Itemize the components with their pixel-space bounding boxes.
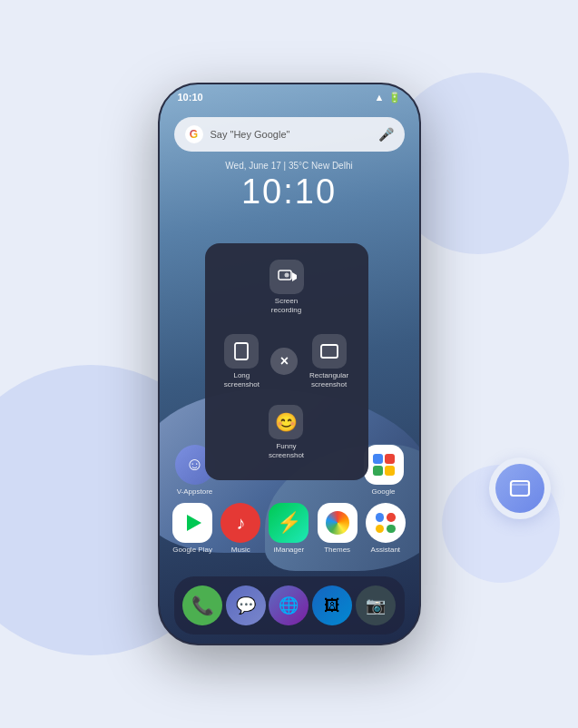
svg-rect-0 xyxy=(511,481,529,496)
music-icon: ♪ xyxy=(220,503,260,543)
phone-icon: 📞 xyxy=(191,595,214,616)
menu-item-screen-recording[interactable]: Screenrecording xyxy=(264,254,309,320)
svg-rect-5 xyxy=(321,345,338,358)
search-placeholder: Say "Hey Google" xyxy=(211,129,371,140)
app-assistant[interactable]: Assistant xyxy=(363,503,408,555)
imanager-label: iManager xyxy=(274,546,304,555)
camera-icon: 📷 xyxy=(366,595,386,615)
assistant-icon xyxy=(366,503,406,543)
menu-item-rectangular-screenshot[interactable]: Rectangularscreenshot xyxy=(304,329,354,394)
dock-bar: 📞 💬 🌐 🖼 📷 xyxy=(174,576,405,635)
close-icon: × xyxy=(280,354,289,369)
app-music[interactable]: ♪ Music xyxy=(218,503,263,555)
datetime-area: Wed, June 17 | 35°C New Delhi 10:10 xyxy=(160,161,419,212)
screen-recording-label: Screenrecording xyxy=(271,297,301,314)
long-screenshot-icon xyxy=(224,334,259,369)
app-themes[interactable]: Themes xyxy=(315,503,360,555)
menu-top: Screenrecording xyxy=(216,254,358,320)
app-row-2: Google Play ♪ Music ⚡ iManager Themes xyxy=(169,503,410,555)
assistant-label: Assistant xyxy=(371,546,400,555)
svg-marker-2 xyxy=(292,272,297,281)
google-play-label: Google Play xyxy=(172,546,212,555)
imanager-icon: ⚡ xyxy=(269,503,309,543)
status-time: 10:10 xyxy=(178,92,203,103)
app-imanager[interactable]: ⚡ iManager xyxy=(266,503,311,555)
signal-icon: ▲ xyxy=(375,92,385,103)
google-label: Google xyxy=(372,487,396,497)
phone-frame: 10:10 ▲ 🔋 G Say "Hey Google" 🎤 Wed, June… xyxy=(158,83,421,645)
gallery-icon: 🖼 xyxy=(324,596,340,615)
menu-middle-row: Longscreenshot × Rectangularscreenshot xyxy=(216,329,358,394)
google-g-logo: G xyxy=(185,125,203,143)
rectangular-screenshot-icon xyxy=(312,334,347,369)
messages-icon: 💬 xyxy=(236,595,256,615)
context-menu: Screenrecording Longscreenshot × xyxy=(205,243,368,480)
time-display: 10:10 xyxy=(160,172,419,212)
svg-rect-4 xyxy=(235,343,248,359)
menu-close-button[interactable]: × xyxy=(270,348,298,375)
battery-icon: 🔋 xyxy=(388,92,401,103)
menu-item-long-screenshot[interactable]: Longscreenshot xyxy=(219,329,265,394)
floating-screenshot-button[interactable] xyxy=(489,457,551,519)
rectangular-screenshot-label: Rectangularscreenshot xyxy=(309,371,348,389)
dock-gallery[interactable]: 🖼 xyxy=(312,585,352,625)
menu-item-funny-screenshot[interactable]: 😊 Funnyscreenshot xyxy=(263,399,309,465)
menu-bottom: 😊 Funnyscreenshot xyxy=(216,399,358,465)
themes-icon xyxy=(318,503,358,543)
google-search-bar[interactable]: G Say "Hey Google" 🎤 xyxy=(174,117,405,152)
dock-phone[interactable]: 📞 xyxy=(182,585,222,625)
browser-icon: 🌐 xyxy=(279,595,299,615)
music-label: Music xyxy=(231,546,250,555)
funny-screenshot-label: Funnyscreenshot xyxy=(269,442,304,459)
status-bar: 10:10 ▲ 🔋 xyxy=(160,84,419,110)
dock-camera[interactable]: 📷 xyxy=(356,585,396,625)
v-appstore-label: V-Appstore xyxy=(177,487,213,497)
funny-screenshot-icon: 😊 xyxy=(269,405,303,439)
dock-messages[interactable]: 💬 xyxy=(226,585,266,625)
long-screenshot-label: Longscreenshot xyxy=(224,371,260,389)
themes-label: Themes xyxy=(324,546,350,555)
app-google-play[interactable]: Google Play xyxy=(170,503,215,555)
svg-point-3 xyxy=(284,273,289,278)
google-icon xyxy=(364,445,404,485)
mic-icon[interactable]: 🎤 xyxy=(378,127,394,142)
status-icons: ▲ 🔋 xyxy=(375,92,401,103)
google-play-icon xyxy=(172,503,212,543)
screen-recording-icon xyxy=(269,260,304,294)
date-display: Wed, June 17 | 35°C New Delhi xyxy=(160,161,419,171)
dock-browser[interactable]: 🌐 xyxy=(269,585,309,625)
